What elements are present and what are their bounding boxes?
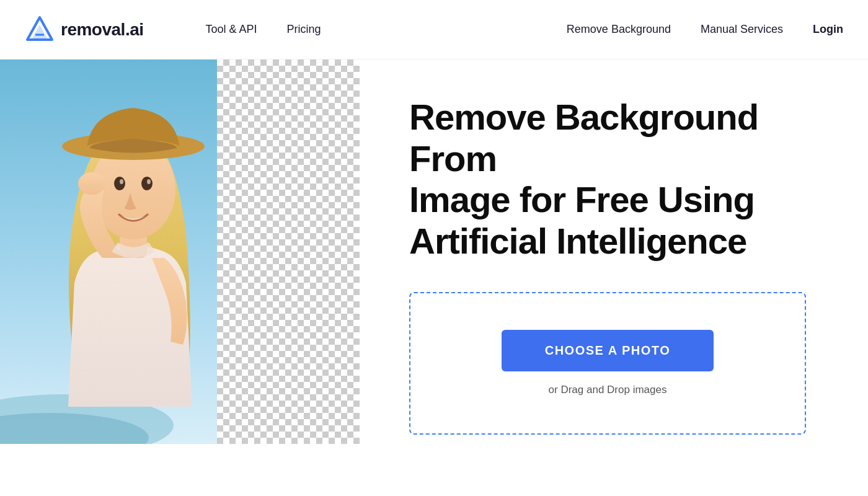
hero-title: Remove Background From Image for Free Us… [409, 97, 831, 262]
svg-point-13 [141, 177, 153, 190]
upload-drop-zone[interactable]: CHOOSE A PHOTO or Drag and Drop images [409, 292, 806, 435]
hero-right-content: Remove Background From Image for Free Us… [360, 60, 868, 459]
nav-login[interactable]: Login [813, 23, 843, 36]
logo-link[interactable]: removal.ai [25, 15, 144, 45]
svg-point-14 [120, 179, 123, 184]
nav-left: Tool & API Pricing [206, 23, 321, 36]
svg-point-15 [147, 179, 151, 184]
nav-right: Remove Background Manual Services Login [567, 23, 843, 36]
main-content: Remove Background From Image for Free Us… [0, 60, 868, 496]
logo-icon [25, 15, 55, 45]
hero-title-line1: Remove Background From [409, 97, 758, 179]
svg-rect-7 [217, 60, 360, 444]
hero-title-line2: Image for Free Using [409, 179, 755, 219]
svg-point-18 [78, 172, 105, 195]
drag-drop-label: or Drag and Drop images [549, 384, 667, 396]
nav-manual-services[interactable]: Manual Services [701, 23, 783, 36]
logo-text: removal.ai [61, 20, 144, 40]
site-header: removal.ai Tool & API Pricing Remove Bac… [0, 0, 868, 60]
nav-pricing[interactable]: Pricing [287, 23, 321, 36]
nav-tool-api[interactable]: Tool & API [206, 23, 257, 36]
hero-title-line3: Artificial Intelligence [409, 221, 746, 261]
svg-point-12 [114, 177, 125, 190]
choose-photo-button[interactable]: CHOOSE A PHOTO [502, 330, 714, 371]
nav-remove-background[interactable]: Remove Background [567, 23, 671, 36]
hero-person-illustration [0, 60, 360, 444]
hero-image-container [0, 60, 360, 444]
